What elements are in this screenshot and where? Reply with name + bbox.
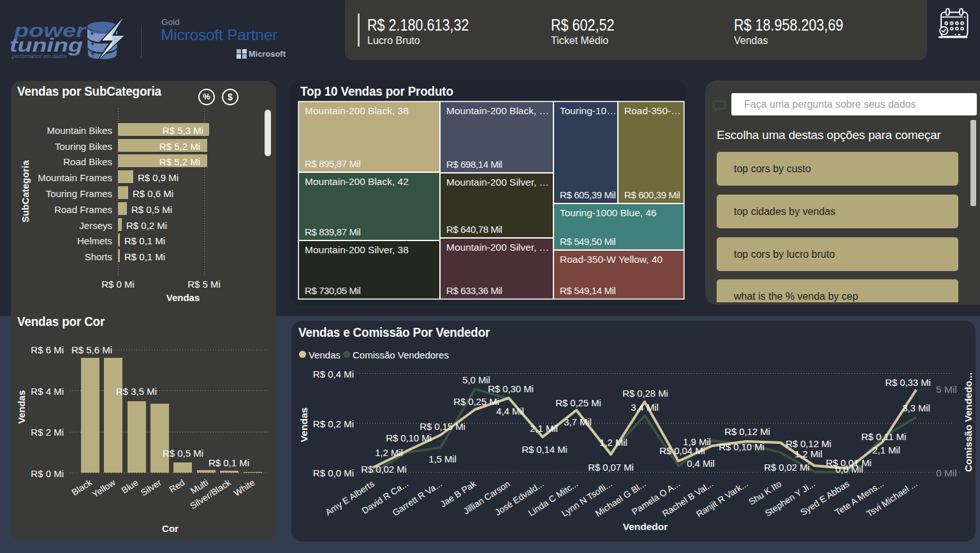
svg-text:performance em dados: performance em dados [11,53,68,59]
